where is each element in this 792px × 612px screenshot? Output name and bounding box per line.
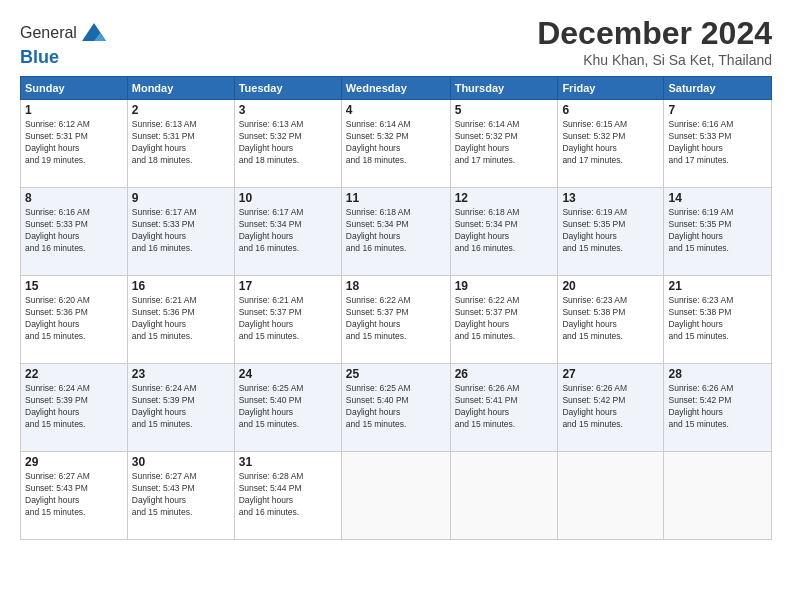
day-info: Sunrise: 6:14 AMSunset: 5:32 PMDaylight …: [346, 119, 446, 167]
table-row: 16 Sunrise: 6:21 AMSunset: 5:36 PMDaylig…: [127, 276, 234, 364]
table-row: 5 Sunrise: 6:14 AMSunset: 5:32 PMDayligh…: [450, 100, 558, 188]
day-info: Sunrise: 6:22 AMSunset: 5:37 PMDaylight …: [455, 295, 554, 343]
calendar-week-3: 15 Sunrise: 6:20 AMSunset: 5:36 PMDaylig…: [21, 276, 772, 364]
day-number: 26: [455, 367, 554, 381]
day-number: 4: [346, 103, 446, 117]
table-row: 22 Sunrise: 6:24 AMSunset: 5:39 PMDaylig…: [21, 364, 128, 452]
day-info: Sunrise: 6:16 AMSunset: 5:33 PMDaylight …: [668, 119, 767, 167]
day-number: 27: [562, 367, 659, 381]
day-number: 23: [132, 367, 230, 381]
table-row: 19 Sunrise: 6:22 AMSunset: 5:37 PMDaylig…: [450, 276, 558, 364]
calendar-week-5: 29 Sunrise: 6:27 AMSunset: 5:43 PMDaylig…: [21, 452, 772, 540]
col-tuesday: Tuesday: [234, 77, 341, 100]
day-number: 8: [25, 191, 123, 205]
day-number: 13: [562, 191, 659, 205]
day-info: Sunrise: 6:13 AMSunset: 5:31 PMDaylight …: [132, 119, 230, 167]
col-wednesday: Wednesday: [341, 77, 450, 100]
day-number: 19: [455, 279, 554, 293]
col-thursday: Thursday: [450, 77, 558, 100]
day-number: 24: [239, 367, 337, 381]
day-info: Sunrise: 6:12 AMSunset: 5:31 PMDaylight …: [25, 119, 123, 167]
day-info: Sunrise: 6:14 AMSunset: 5:32 PMDaylight …: [455, 119, 554, 167]
day-number: 21: [668, 279, 767, 293]
table-row: 29 Sunrise: 6:27 AMSunset: 5:43 PMDaylig…: [21, 452, 128, 540]
day-number: 2: [132, 103, 230, 117]
day-info: Sunrise: 6:20 AMSunset: 5:36 PMDaylight …: [25, 295, 123, 343]
table-row: 1 Sunrise: 6:12 AMSunset: 5:31 PMDayligh…: [21, 100, 128, 188]
table-row: 27 Sunrise: 6:26 AMSunset: 5:42 PMDaylig…: [558, 364, 664, 452]
day-info: Sunrise: 6:21 AMSunset: 5:37 PMDaylight …: [239, 295, 337, 343]
table-row: 28 Sunrise: 6:26 AMSunset: 5:42 PMDaylig…: [664, 364, 772, 452]
day-number: 31: [239, 455, 337, 469]
calendar-table: Sunday Monday Tuesday Wednesday Thursday…: [20, 76, 772, 540]
day-info: Sunrise: 6:16 AMSunset: 5:33 PMDaylight …: [25, 207, 123, 255]
day-info: Sunrise: 6:28 AMSunset: 5:44 PMDaylight …: [239, 471, 337, 519]
day-number: 7: [668, 103, 767, 117]
day-info: Sunrise: 6:24 AMSunset: 5:39 PMDaylight …: [25, 383, 123, 431]
day-info: Sunrise: 6:17 AMSunset: 5:34 PMDaylight …: [239, 207, 337, 255]
day-info: Sunrise: 6:26 AMSunset: 5:42 PMDaylight …: [668, 383, 767, 431]
table-row: [450, 452, 558, 540]
day-number: 22: [25, 367, 123, 381]
table-row: 6 Sunrise: 6:15 AMSunset: 5:32 PMDayligh…: [558, 100, 664, 188]
table-row: [558, 452, 664, 540]
table-row: 17 Sunrise: 6:21 AMSunset: 5:37 PMDaylig…: [234, 276, 341, 364]
table-row: 15 Sunrise: 6:20 AMSunset: 5:36 PMDaylig…: [21, 276, 128, 364]
day-info: Sunrise: 6:27 AMSunset: 5:43 PMDaylight …: [25, 471, 123, 519]
day-number: 29: [25, 455, 123, 469]
day-number: 30: [132, 455, 230, 469]
day-number: 20: [562, 279, 659, 293]
table-row: 11 Sunrise: 6:18 AMSunset: 5:34 PMDaylig…: [341, 188, 450, 276]
logo-text: General Blue: [20, 19, 108, 68]
table-row: [341, 452, 450, 540]
col-friday: Friday: [558, 77, 664, 100]
table-row: 23 Sunrise: 6:24 AMSunset: 5:39 PMDaylig…: [127, 364, 234, 452]
day-info: Sunrise: 6:17 AMSunset: 5:33 PMDaylight …: [132, 207, 230, 255]
day-number: 6: [562, 103, 659, 117]
table-row: 14 Sunrise: 6:19 AMSunset: 5:35 PMDaylig…: [664, 188, 772, 276]
col-monday: Monday: [127, 77, 234, 100]
table-row: 26 Sunrise: 6:26 AMSunset: 5:41 PMDaylig…: [450, 364, 558, 452]
table-row: 30 Sunrise: 6:27 AMSunset: 5:43 PMDaylig…: [127, 452, 234, 540]
day-info: Sunrise: 6:25 AMSunset: 5:40 PMDaylight …: [239, 383, 337, 431]
day-number: 3: [239, 103, 337, 117]
logo: General Blue: [20, 19, 108, 68]
col-sunday: Sunday: [21, 77, 128, 100]
day-info: Sunrise: 6:18 AMSunset: 5:34 PMDaylight …: [346, 207, 446, 255]
day-number: 16: [132, 279, 230, 293]
day-number: 28: [668, 367, 767, 381]
table-row: 8 Sunrise: 6:16 AMSunset: 5:33 PMDayligh…: [21, 188, 128, 276]
calendar-week-4: 22 Sunrise: 6:24 AMSunset: 5:39 PMDaylig…: [21, 364, 772, 452]
day-info: Sunrise: 6:18 AMSunset: 5:34 PMDaylight …: [455, 207, 554, 255]
day-info: Sunrise: 6:19 AMSunset: 5:35 PMDaylight …: [562, 207, 659, 255]
table-row: 13 Sunrise: 6:19 AMSunset: 5:35 PMDaylig…: [558, 188, 664, 276]
day-number: 9: [132, 191, 230, 205]
day-number: 15: [25, 279, 123, 293]
day-info: Sunrise: 6:15 AMSunset: 5:32 PMDaylight …: [562, 119, 659, 167]
day-number: 18: [346, 279, 446, 293]
table-row: 25 Sunrise: 6:25 AMSunset: 5:40 PMDaylig…: [341, 364, 450, 452]
day-number: 1: [25, 103, 123, 117]
table-row: 31 Sunrise: 6:28 AMSunset: 5:44 PMDaylig…: [234, 452, 341, 540]
table-row: [664, 452, 772, 540]
main-title: December 2024: [537, 15, 772, 52]
table-row: 10 Sunrise: 6:17 AMSunset: 5:34 PMDaylig…: [234, 188, 341, 276]
logo-line1: General: [20, 19, 108, 47]
day-number: 17: [239, 279, 337, 293]
table-row: 2 Sunrise: 6:13 AMSunset: 5:31 PMDayligh…: [127, 100, 234, 188]
table-row: 3 Sunrise: 6:13 AMSunset: 5:32 PMDayligh…: [234, 100, 341, 188]
logo-blue-text: Blue: [20, 47, 108, 68]
day-number: 25: [346, 367, 446, 381]
table-row: 21 Sunrise: 6:23 AMSunset: 5:38 PMDaylig…: [664, 276, 772, 364]
day-info: Sunrise: 6:13 AMSunset: 5:32 PMDaylight …: [239, 119, 337, 167]
logo-icon: [80, 19, 108, 47]
day-info: Sunrise: 6:27 AMSunset: 5:43 PMDaylight …: [132, 471, 230, 519]
day-number: 10: [239, 191, 337, 205]
day-info: Sunrise: 6:26 AMSunset: 5:42 PMDaylight …: [562, 383, 659, 431]
header-area: General Blue December 2024 Khu Khan, Si …: [20, 15, 772, 68]
page: General Blue December 2024 Khu Khan, Si …: [0, 0, 792, 612]
calendar-header-row: Sunday Monday Tuesday Wednesday Thursday…: [21, 77, 772, 100]
title-area: December 2024 Khu Khan, Si Sa Ket, Thail…: [537, 15, 772, 68]
table-row: 7 Sunrise: 6:16 AMSunset: 5:33 PMDayligh…: [664, 100, 772, 188]
table-row: 20 Sunrise: 6:23 AMSunset: 5:38 PMDaylig…: [558, 276, 664, 364]
